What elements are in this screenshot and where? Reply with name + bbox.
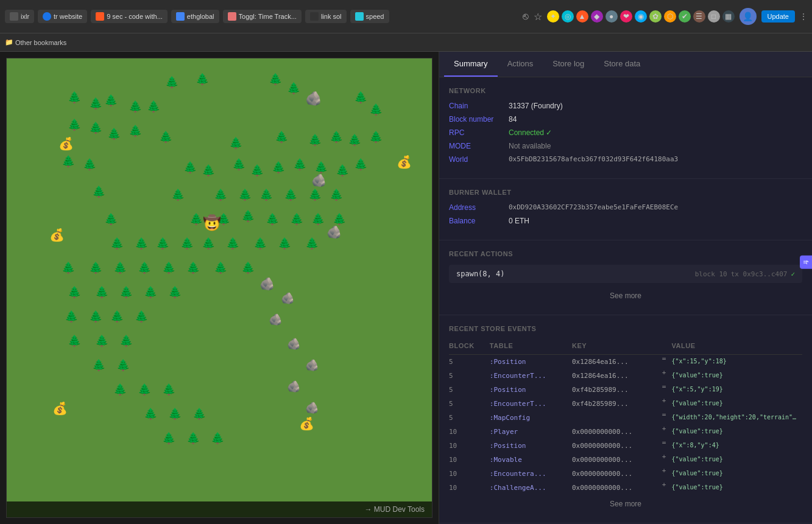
game-panel: 🌲 🌲 🌲 🌲 🌲 🌲 🌲 🌲 🌲 🌲 🌲 🌲 🌲 🌲 🌲 🌲 🌲 🌲 🌲 xyxy=(0,52,439,524)
ext-icon-13[interactable]: ▦ xyxy=(722,10,735,23)
tree-77: 🌲 xyxy=(95,335,108,346)
action-tx-0: tx 0x9c3..c407 xyxy=(731,270,788,278)
ext-icon-9[interactable]: ⬡ xyxy=(664,10,676,23)
event-table-9: :ChallengeA... xyxy=(490,481,572,495)
share-icon[interactable]: ⎋ xyxy=(523,11,529,22)
bookmark-other[interactable]: 📁 Other bookmarks xyxy=(5,38,66,46)
mud-dev-tools-bar[interactable]: → MUD Dev Tools xyxy=(7,501,432,517)
fr-button[interactable]: fr xyxy=(800,255,812,269)
tab-actions[interactable]: Actions xyxy=(498,52,543,77)
event-block-9: 10 xyxy=(449,481,490,495)
browser-icons: ⎋ ☆ ✦ ◎ ▲ ◆ ● ❤ ◉ ✿ ⬡ ✔ ☰ □ ▦ 👤 Update ⋮ xyxy=(523,8,807,25)
tab-store-log[interactable]: Store log xyxy=(543,52,594,77)
ext-icon-12[interactable]: □ xyxy=(708,10,720,23)
tree-49: 🌲 xyxy=(333,214,346,225)
tab-summary[interactable]: Summary xyxy=(444,52,498,77)
money-4: 💰 xyxy=(299,417,314,430)
tree-16: 🌲 xyxy=(159,131,172,142)
browser-tab-ethglobal[interactable]: ethglobal xyxy=(171,10,219,23)
event-key-7: 0x0000000000... xyxy=(572,453,660,467)
store-event-row-4: 5 :MapConfig = {"width":20,"height":20,"… xyxy=(449,411,802,425)
tree-21: 🌲 xyxy=(348,134,361,145)
tree-80: 🌲 xyxy=(116,360,130,371)
event-table-0: :Position xyxy=(490,355,572,369)
browser-tab-9sec[interactable]: 9 sec - code with... xyxy=(91,10,168,23)
browser-tab-tr-website[interactable]: tr website xyxy=(38,10,87,23)
recent-actions-title: RECENT ACTIONS xyxy=(449,250,802,257)
browser-tab-link-sol[interactable]: link sol xyxy=(305,10,347,23)
folder-icon: 📁 xyxy=(5,38,13,46)
tree-32: 🌲 xyxy=(336,165,349,176)
tree-67: 🌲 xyxy=(68,287,81,298)
tree-17: 🌲 xyxy=(229,138,242,148)
tree-35: 🌲 xyxy=(171,189,185,200)
ext-icon-3[interactable]: ▲ xyxy=(576,10,588,23)
right-panel: Summary Actions Store log Store data NET… xyxy=(439,52,812,524)
ext-icon-11[interactable]: ☰ xyxy=(693,10,705,23)
tree-60: 🌲 xyxy=(89,262,102,273)
world-value: 0x5FbDB2315678afecb367f032d93F642f64180a… xyxy=(509,155,678,163)
recent-store-events-section: RECENT STORE EVENTS BLOCK TABLE KEY VALU… xyxy=(439,315,812,523)
browser-tab-ixlr[interactable]: ixlr xyxy=(5,10,34,23)
event-table-6: :Position xyxy=(490,439,572,453)
update-button[interactable]: Update xyxy=(761,10,795,23)
extension-icons: ✦ ◎ ▲ ◆ ● ❤ ◉ ✿ ⬡ ✔ ☰ □ ▦ xyxy=(547,10,735,23)
event-key-2: 0xf4b285989... xyxy=(572,383,660,397)
game-canvas[interactable]: 🌲 🌲 🌲 🌲 🌲 🌲 🌲 🌲 🌲 🌲 🌲 🌲 🌲 🌲 🌲 🌲 🌲 🌲 🌲 xyxy=(6,58,432,518)
ext-icon-1[interactable]: ✦ xyxy=(547,10,559,23)
block-row: Block number 84 xyxy=(449,115,802,124)
recent-actions-see-more[interactable]: See more xyxy=(449,287,802,305)
tree-75: 🌲 xyxy=(135,311,148,322)
player-character: 🤠 xyxy=(203,215,221,230)
tree-53: 🌲 xyxy=(180,238,194,249)
tree-18: 🌲 xyxy=(275,131,288,142)
action-row-0: spawn(8, 4) block 10 tx 0x9c3..c407 ✓ xyxy=(449,265,802,283)
tree-47: 🌲 xyxy=(290,214,303,225)
tree-25: 🌲 xyxy=(183,162,197,173)
tree-4: 🌲 xyxy=(287,83,300,94)
tree-64: 🌲 xyxy=(186,262,200,273)
burner-wallet-section: BURNER WALLET Address 0xDD920A33602CF723… xyxy=(439,179,812,240)
tree-39: 🌲 xyxy=(284,189,297,200)
store-event-row-1: 5 :EncounterT... 0x12864ea16... + {"valu… xyxy=(449,369,802,383)
tree-38: 🌲 xyxy=(259,189,273,200)
tree-11: 🌲 xyxy=(369,104,383,115)
tree-55: 🌲 xyxy=(226,238,239,249)
tree-85: 🌲 xyxy=(168,408,182,419)
tab-store-data[interactable]: Store data xyxy=(594,52,650,77)
tree-88: 🌲 xyxy=(186,433,200,444)
tree-42: 🌲 xyxy=(104,214,118,225)
ext-icon-10[interactable]: ✔ xyxy=(679,10,691,23)
star-icon[interactable]: ☆ xyxy=(534,11,542,23)
event-value-7: {"value":true} xyxy=(671,453,802,467)
tree-40: 🌲 xyxy=(308,189,322,200)
menu-dots[interactable]: ⋮ xyxy=(800,12,807,21)
event-key-9: 0x0000000000... xyxy=(572,481,660,495)
event-block-5: 10 xyxy=(449,425,490,439)
mud-dev-tools-label: → MUD Dev Tools xyxy=(365,505,425,514)
profile-avatar[interactable]: 👤 xyxy=(740,8,757,25)
browser-tab-speed[interactable]: speed xyxy=(350,10,389,23)
tree-26: 🌲 xyxy=(202,165,215,176)
tree-14: 🌲 xyxy=(107,128,121,139)
ext-icon-6[interactable]: ❤ xyxy=(620,10,632,23)
action-block-0: block 10 xyxy=(695,270,727,278)
ext-icon-2[interactable]: ◎ xyxy=(562,10,574,23)
event-value-2: {"x":5,"y":19} xyxy=(671,383,802,397)
ext-icon-8[interactable]: ✿ xyxy=(649,10,662,23)
rpc-value: Connected ✓ xyxy=(509,128,552,137)
mode-label: MODE xyxy=(449,142,504,150)
event-table-5: :Player xyxy=(490,425,572,439)
browser-tab-toggl[interactable]: Toggl: Time Track... xyxy=(223,10,302,23)
ext-icon-5[interactable]: ● xyxy=(605,10,618,23)
event-key-6: 0x0000000000... xyxy=(572,439,660,453)
store-events-see-more[interactable]: See more xyxy=(449,495,802,513)
event-value-0: {"x":15,"y":18} xyxy=(671,355,802,369)
tree-1: 🌲 xyxy=(165,77,178,88)
tree-8: 🌲 xyxy=(129,101,142,112)
tree-20: 🌲 xyxy=(330,131,343,142)
main-content: 🌲 🌲 🌲 🌲 🌲 🌲 🌲 🌲 🌲 🌲 🌲 🌲 🌲 🌲 🌲 🌲 🌲 🌲 🌲 xyxy=(0,52,812,524)
event-block-7: 10 xyxy=(449,453,490,467)
ext-icon-4[interactable]: ◆ xyxy=(591,10,603,23)
ext-icon-7[interactable]: ◉ xyxy=(635,10,647,23)
